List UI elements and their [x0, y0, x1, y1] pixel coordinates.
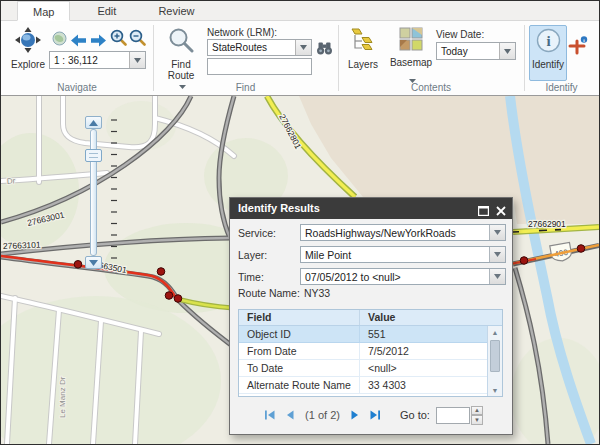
value-cell: <null>	[360, 360, 502, 376]
field-column-header[interactable]: Field	[239, 310, 360, 325]
dropdown-arrow-icon[interactable]	[489, 225, 505, 240]
identify-results-dialog: Identify Results Service: RoadsHighways/…	[229, 197, 513, 435]
back-arrow-icon[interactable]	[70, 33, 87, 51]
network-lrm-label: Network (LRM):	[207, 27, 277, 38]
network-lrm-value: StateRoutes	[208, 42, 295, 53]
zoom-in-slider-button[interactable]	[85, 116, 102, 129]
scrollbar-up-icon[interactable]: ▲	[488, 326, 502, 338]
basemap-icon	[399, 27, 423, 55]
zoom-slider-handle[interactable]	[85, 149, 102, 162]
layers-label: Layers	[348, 59, 378, 70]
map-scale-value: 1 : 36,112	[50, 55, 129, 66]
ribbon-tab-bar: Map Edit Review	[1, 1, 599, 21]
tab-map[interactable]: Map	[17, 1, 70, 21]
attributes-table: Field Value Object ID 551 From Date 7/5/…	[238, 309, 503, 397]
goto-label: Go to:	[400, 409, 430, 421]
time-value: 07/05/2012 to <null>	[301, 271, 489, 283]
layer-row: Layer: Mile Point	[238, 246, 506, 263]
explore-button[interactable]: Explore	[6, 26, 50, 78]
identify-group-label: Identify	[524, 82, 599, 93]
find-route-button[interactable]: FindRoute	[158, 26, 204, 88]
field-cell: To Date	[239, 360, 360, 376]
globe-icon[interactable]	[52, 31, 67, 50]
table-row[interactable]: To Date <null>	[239, 360, 502, 377]
binoculars-icon[interactable]	[316, 40, 333, 60]
dropdown-arrow-icon[interactable]	[499, 43, 515, 59]
basemap-label: Basemap	[390, 57, 432, 68]
application-window: Map Edit Review Explore	[0, 0, 600, 445]
time-combobox[interactable]: 07/05/2012 to <null>	[300, 268, 506, 285]
explore-label: Explore	[11, 59, 45, 70]
value-column-header[interactable]: Value	[360, 310, 502, 325]
service-value: RoadsHighways/NewYorkRoads	[301, 227, 489, 239]
spinner-up-icon[interactable]: ▲	[471, 406, 483, 416]
goto-spinner: ▲ ▼	[471, 406, 483, 425]
route-name-label: Route Name:	[238, 287, 300, 299]
svg-text:i: i	[546, 33, 550, 49]
time-row: Time: 07/05/2012 to <null>	[238, 268, 506, 285]
navigate-group-label: Navigate	[1, 82, 153, 93]
service-row: Service: RoadsHighways/NewYorkRoads	[238, 224, 506, 241]
pagination-bar: (1 of 2) Go to: ▲ ▼	[230, 402, 512, 428]
next-page-icon[interactable]	[350, 409, 361, 421]
zoom-out-slider-button[interactable]	[85, 256, 102, 269]
spinner-down-icon[interactable]: ▼	[471, 415, 483, 425]
value-cell: 33 4303	[360, 377, 502, 393]
scrollbar-down-icon[interactable]: ▼	[488, 384, 502, 396]
street-label: Dr	[7, 176, 16, 186]
last-page-icon[interactable]	[369, 409, 382, 421]
view-date-value: Today	[437, 46, 499, 57]
zoom-out-icon[interactable]	[129, 29, 146, 50]
first-page-icon[interactable]	[263, 409, 276, 421]
route-name-value: NY33	[304, 287, 330, 299]
dialog-title: Identify Results	[238, 202, 320, 214]
dropdown-arrow-icon[interactable]	[295, 40, 311, 55]
scrollbar-thumb[interactable]	[490, 340, 500, 372]
dialog-title-bar[interactable]: Identify Results	[230, 198, 512, 219]
ribbon: Map Edit Review Explore	[1, 1, 599, 96]
table-row[interactable]: Alternate Route Name 33 4303	[239, 377, 502, 394]
close-icon[interactable]	[496, 202, 506, 223]
field-cell: From Date	[239, 343, 360, 359]
basemap-button[interactable]: Basemap	[388, 26, 434, 86]
table-scrollbar[interactable]: ▲ ▼	[487, 326, 502, 396]
service-label: Service:	[238, 227, 300, 239]
prev-page-icon[interactable]	[284, 409, 295, 421]
table-row[interactable]: From Date 7/5/2012	[239, 343, 502, 360]
find-route-input[interactable]	[207, 58, 312, 75]
field-cell: Alternate Route Name	[239, 377, 360, 393]
zoom-in-icon[interactable]	[110, 29, 127, 50]
tab-edit[interactable]: Edit	[82, 1, 131, 21]
goto-page-input[interactable]	[436, 407, 470, 424]
magnifier-icon	[168, 27, 194, 57]
maximize-icon[interactable]	[478, 202, 489, 223]
forward-arrow-icon[interactable]	[90, 33, 107, 51]
layer-combobox[interactable]: Mile Point	[300, 246, 506, 263]
identify-label: Identify	[532, 59, 564, 70]
dropdown-arrow-icon[interactable]	[489, 247, 505, 262]
service-combobox[interactable]: RoadsHighways/NewYorkRoads	[300, 224, 506, 241]
identify-button[interactable]: i Identify	[529, 25, 567, 81]
road-label: 27663101	[3, 240, 41, 251]
tab-review[interactable]: Review	[143, 1, 209, 21]
route-name-row: Route Name:NY33	[238, 287, 330, 299]
contents-group-label: Contents	[338, 82, 524, 93]
dropdown-arrow-icon[interactable]	[489, 269, 505, 284]
layers-icon	[350, 27, 376, 57]
layer-label: Layer:	[238, 249, 300, 261]
route-characteristics-icon[interactable]: i	[568, 36, 588, 60]
find-group-label: Find	[153, 82, 338, 93]
layers-button[interactable]: Layers	[343, 26, 383, 78]
view-date-combobox[interactable]: Today	[436, 42, 516, 60]
road-label: 27662901	[528, 219, 566, 229]
street-label: Le Manz Dr	[58, 376, 67, 418]
value-cell: 7/5/2012	[360, 343, 502, 359]
find-route-label: FindRoute	[168, 59, 195, 81]
table-row[interactable]: Object ID 551	[239, 326, 502, 343]
map-scale-combobox[interactable]: 1 : 36,112	[49, 51, 146, 69]
page-indicator: (1 of 2)	[305, 409, 340, 421]
dropdown-arrow-icon[interactable]	[129, 52, 145, 68]
network-lrm-combobox[interactable]: StateRoutes	[207, 39, 312, 56]
time-label: Time:	[238, 271, 300, 283]
view-date-label: View Date:	[436, 29, 484, 40]
